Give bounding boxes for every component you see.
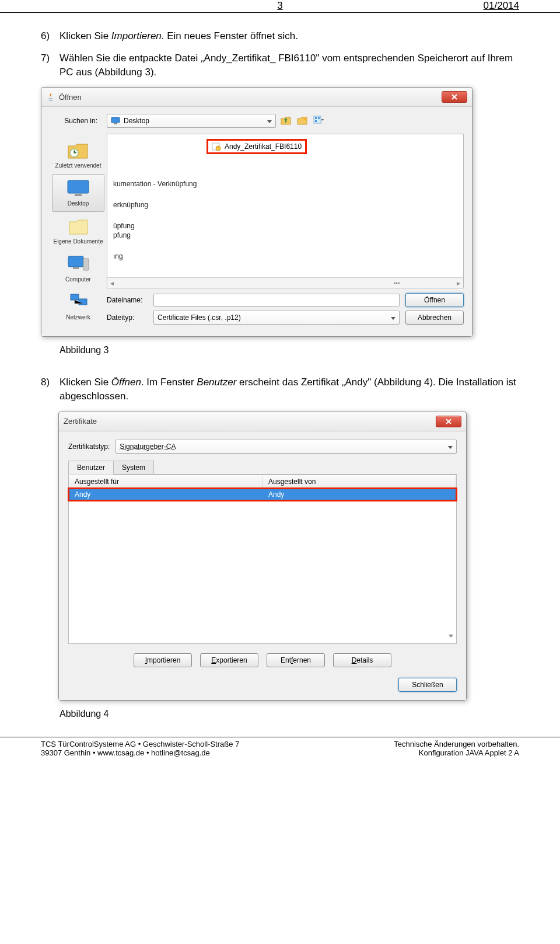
cert-type-combo[interactable]: Signaturgeber-CA: [116, 440, 457, 454]
details-button[interactable]: Details: [333, 653, 391, 667]
svg-rect-6: [315, 120, 317, 122]
search-in-value: Desktop: [124, 117, 149, 125]
step-7-text: Wählen Sie die entpackte Datei „Andy_Zer…: [60, 51, 519, 79]
cancel-button[interactable]: Abbrechen: [405, 311, 464, 325]
new-folder-icon[interactable]: [297, 116, 307, 126]
open-titlebar: Öffnen: [41, 88, 472, 107]
scroll-left-icon[interactable]: ◂: [107, 279, 117, 287]
svg-rect-4: [315, 117, 317, 119]
partial-text: üpfung: [113, 222, 135, 230]
svg-rect-5: [318, 117, 320, 119]
toolbar-icons: [281, 116, 324, 126]
close-icon: [446, 419, 452, 424]
cert-tabs: Benutzer System: [68, 461, 457, 475]
scroll-down-icon[interactable]: [447, 632, 455, 640]
step-8-text: Klicken Sie Öffnen. Im Fenster Benutzer …: [60, 375, 519, 403]
filetype-row: Dateityp: Certificate Files (.csr, .p12)…: [107, 311, 464, 325]
scroll-right-icon[interactable]: ▸: [454, 279, 463, 287]
place-recent[interactable]: Zuletzt verwendet: [52, 136, 104, 174]
page-number: 3: [277, 0, 282, 12]
cert-close-row: Schließen: [68, 678, 457, 692]
filetype-combo[interactable]: Certificate Files (.csr, .p12): [153, 311, 400, 325]
svg-rect-9: [75, 194, 82, 196]
partial-text: ıng: [113, 252, 123, 260]
network-icon: [67, 292, 89, 312]
open-main: Zuletzt verwendet Desktop Eigene Dokumen…: [50, 134, 464, 328]
filename-input[interactable]: [153, 294, 400, 306]
open-top-row: Suchen in: Desktop: [50, 114, 464, 128]
cert-type-label: Zertifikatstyp:: [68, 443, 110, 451]
content: 6) Klicken Sie Importieren. Ein neues Fe…: [0, 18, 560, 719]
horizontal-scrollbar[interactable]: ◂ ▪▪▪ ▸: [107, 277, 463, 288]
place-documents[interactable]: Eigene Dokumente: [52, 212, 104, 250]
col-issued-by[interactable]: Ausgestellt von: [262, 475, 456, 488]
filename-label: Dateiname:: [107, 296, 148, 304]
close-dialog-button[interactable]: Schließen: [398, 678, 457, 692]
partial-text: kumentation - Verknüpfung: [113, 180, 197, 188]
up-folder-icon[interactable]: [281, 116, 291, 126]
open-button[interactable]: Öffnen: [405, 293, 464, 307]
svg-rect-11: [83, 259, 89, 270]
chevron-down-icon: [448, 443, 453, 451]
cell-issued-by: Andy: [262, 489, 456, 500]
open-dialog: Öffnen Suchen in: Desktop: [41, 87, 473, 337]
open-body: Suchen in: Desktop: [41, 107, 472, 336]
caption-4: Abbildung 4: [60, 709, 519, 719]
step-8: 8) Klicken Sie Öffnen. Im Fenster Benutz…: [41, 375, 519, 403]
export-button[interactable]: Exportieren: [200, 653, 258, 667]
close-button[interactable]: [436, 416, 461, 427]
desktop-place-icon: [65, 178, 91, 198]
svg-rect-8: [68, 180, 89, 193]
step-6: 6) Klicken Sie Importieren. Ein neues Fe…: [41, 29, 519, 43]
place-network[interactable]: Netzwerk: [52, 288, 104, 326]
page-footer: TCS TürControlSysteme AG • Geschwister-S…: [0, 737, 560, 769]
footer-left: TCS TürControlSysteme AG • Geschwister-S…: [41, 740, 239, 757]
svg-rect-1: [114, 123, 117, 124]
chevron-down-icon: [391, 313, 396, 322]
cert-buttons: Importieren Exportieren Entfernen Detail…: [68, 653, 457, 667]
chevron-down-icon: [267, 117, 272, 125]
search-in-label: Suchen in:: [50, 117, 102, 125]
tab-benutzer[interactable]: Benutzer: [68, 461, 114, 475]
cert-table: Ausgestellt für Ausgestellt von Andy And…: [68, 475, 457, 644]
svg-rect-12: [73, 267, 79, 269]
view-menu-icon[interactable]: [313, 116, 324, 126]
partial-text: erknüpfung: [113, 201, 148, 209]
recent-icon: [67, 140, 89, 160]
highlighted-file[interactable]: Andy_Zertifikat_FBI6110: [206, 139, 307, 154]
cert-title: Zertifikate: [64, 417, 436, 426]
java-icon: [46, 92, 55, 102]
file-list[interactable]: Andy_Zertifikat_FBI6110 kumentation - Ve…: [107, 134, 464, 288]
step-6-text: Klicken Sie Importieren. Ein neues Fenst…: [60, 29, 298, 43]
step-8-num: 8): [41, 375, 60, 403]
close-icon: [452, 94, 457, 100]
caption-3: Abbildung 3: [60, 345, 519, 356]
place-computer[interactable]: Computer: [52, 250, 104, 288]
close-button[interactable]: [442, 91, 467, 103]
import-button[interactable]: Importieren: [134, 653, 192, 667]
svg-point-2: [303, 117, 307, 120]
svg-rect-3: [314, 116, 321, 123]
file-name: Andy_Zertifikat_FBI6110: [225, 142, 302, 151]
tab-system[interactable]: System: [113, 461, 154, 474]
documents-icon: [67, 216, 89, 236]
step-7-num: 7): [41, 51, 60, 79]
step-7: 7) Wählen Sie die entpackte Datei „Andy_…: [41, 51, 519, 79]
desktop-icon: [111, 117, 120, 125]
place-desktop[interactable]: Desktop: [52, 174, 104, 212]
filename-row: Dateiname: Öffnen: [107, 293, 464, 307]
col-issued-for[interactable]: Ausgestellt für: [69, 475, 262, 488]
footer-right: Technische Änderungen vorbehalten. Konfi…: [394, 740, 519, 757]
file-area: Andy_Zertifikat_FBI6110 kumentation - Ve…: [107, 134, 464, 328]
svg-rect-13: [71, 294, 79, 300]
search-in-combo[interactable]: Desktop: [107, 114, 276, 128]
cert-table-head: Ausgestellt für Ausgestellt von: [69, 475, 456, 489]
svg-rect-0: [111, 117, 120, 123]
places-bar: Zuletzt verwendet Desktop Eigene Dokumen…: [50, 134, 107, 328]
filetype-label: Dateityp:: [107, 313, 148, 322]
bottom-rows: Dateiname: Öffnen Dateityp: Certificate …: [107, 293, 464, 328]
cert-row-andy[interactable]: Andy Andy: [69, 489, 456, 500]
remove-button[interactable]: Entfernen: [267, 653, 325, 667]
open-title: Öffnen: [59, 93, 442, 102]
cert-type-row: Zertifikatstyp: Signaturgeber-CA: [68, 440, 457, 454]
